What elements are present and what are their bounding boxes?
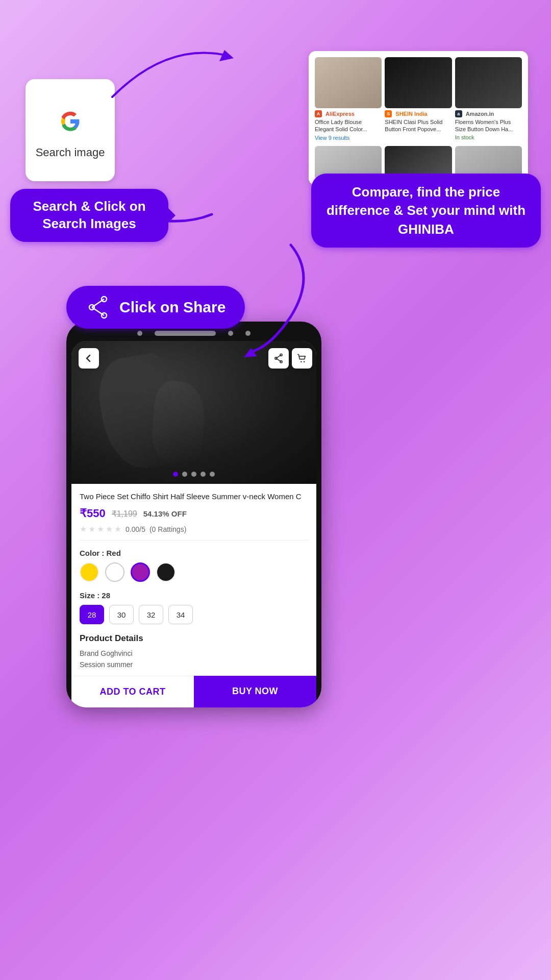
result-img-1 (315, 57, 382, 108)
size-28[interactable]: 28 (80, 605, 104, 624)
color-black[interactable] (156, 562, 176, 582)
result-title-2: SHEIN Clasi Plus Solid Button Front Popo… (385, 118, 452, 133)
star-5: ★ (114, 524, 121, 534)
size-label: Size : 28 (80, 591, 308, 600)
arrow-google-to-results (107, 36, 240, 102)
back-button[interactable] (79, 348, 99, 369)
color-yellow[interactable] (80, 562, 99, 582)
result-title-3: Floerns Women's Plus Size Button Down Ha… (455, 118, 522, 133)
bottom-bar: ADD TO CART BUY NOW (71, 676, 316, 707)
result-item-2: S SHEIN India SHEIN Clasi Plus Solid But… (385, 57, 452, 141)
star-1: ★ (80, 524, 87, 534)
price-discount: 54.13% OFF (143, 509, 187, 518)
compare-instruction-bubble: Compare, find the price difference & Set… (311, 174, 541, 248)
add-to-cart-button[interactable]: ADD TO CART (71, 676, 194, 707)
svg-marker-2 (155, 214, 163, 225)
divider-1 (80, 540, 308, 541)
google-logo-icon (50, 101, 91, 142)
result-img-3 (455, 57, 522, 108)
dot-4 (201, 472, 206, 477)
phone-mockup: Two Piece Set Chiffo Shirt Half Sleeve S… (66, 322, 321, 707)
product-info-section: Two Piece Set Chiffo Shirt Half Sleeve S… (71, 484, 316, 676)
details-brand: Brand Goghvinci Session summer (80, 648, 308, 671)
rating-count: (0 Rattings) (149, 525, 186, 533)
color-purple[interactable] (131, 562, 150, 582)
in-stock-badge: In stock (455, 134, 522, 140)
stars: ★ ★ ★ ★ ★ (80, 524, 121, 534)
star-4: ★ (106, 524, 113, 534)
svg-line-7 (92, 299, 104, 307)
dot-3 (191, 472, 196, 477)
star-2: ★ (88, 524, 95, 534)
phone-dot-1 (137, 331, 142, 336)
color-label: Color : Red (80, 549, 308, 557)
google-search-icon-box: Search image (26, 79, 115, 181)
size-section: Size : 28 28 30 32 34 (80, 587, 308, 628)
svg-line-8 (92, 307, 104, 315)
star-3: ★ (97, 524, 104, 534)
product-image-area (71, 341, 316, 484)
search-instruction-bubble: Search & Click on Search Images (10, 189, 168, 242)
color-options (80, 562, 308, 582)
color-white[interactable] (105, 562, 124, 582)
result-item-3: a Amazon.in Floerns Women's Plus Size Bu… (455, 57, 522, 141)
arrow-bubble-to-results (151, 194, 217, 235)
share-instruction-bubble: Click on Share (66, 286, 245, 329)
image-dots-indicator (173, 472, 215, 477)
size-options: 28 30 32 34 (80, 605, 308, 624)
rating-row: ★ ★ ★ ★ ★ 0.00/5 (0 Rattings) (80, 524, 308, 534)
size-32[interactable]: 32 (139, 605, 163, 624)
dot-2 (182, 472, 187, 477)
result-link-1[interactable]: View 9 results (315, 135, 382, 141)
price-row: ₹550 ₹1,199 54.13% OFF (80, 507, 308, 520)
buy-now-button[interactable]: BUY NOW (194, 676, 316, 707)
results-grid: A AliExpress Office Lady Blouse Elegant … (315, 57, 522, 141)
amazon-icon: a (455, 110, 462, 117)
dot-5 (210, 472, 215, 477)
size-30[interactable]: 30 (109, 605, 134, 624)
result-item-1: A AliExpress Office Lady Blouse Elegant … (315, 57, 382, 141)
color-section: Color : Red (80, 544, 308, 587)
phone-screen: Two Piece Set Chiffo Shirt Half Sleeve S… (71, 341, 316, 707)
result-img-2 (385, 57, 452, 108)
svg-marker-1 (219, 50, 234, 61)
result-source-1: A AliExpress (315, 110, 382, 117)
details-title: Product Details (80, 633, 308, 644)
product-title: Two Piece Set Chiffo Shirt Half Sleeve S… (80, 491, 308, 502)
result-source-3: a Amazon.in (455, 110, 522, 117)
back-icon (84, 354, 93, 363)
aliexpress-icon: A (315, 110, 322, 117)
shein-icon: S (385, 110, 392, 117)
price-current: ₹550 (80, 507, 106, 520)
product-details-section: Product Details Brand Goghvinci Session … (80, 628, 308, 676)
size-34[interactable]: 34 (168, 605, 193, 624)
search-results-panel: A AliExpress Office Lady Blouse Elegant … (309, 51, 528, 185)
dot-1 (173, 472, 178, 477)
google-search-label: Search image (36, 146, 105, 159)
rating-value: 0.00/5 (126, 525, 145, 533)
share-icon (86, 295, 110, 320)
result-source-2: S SHEIN India (385, 110, 452, 117)
price-original: ₹1,199 (112, 509, 137, 519)
result-title-1: Office Lady Blouse Elegant Solid Color..… (315, 118, 382, 133)
